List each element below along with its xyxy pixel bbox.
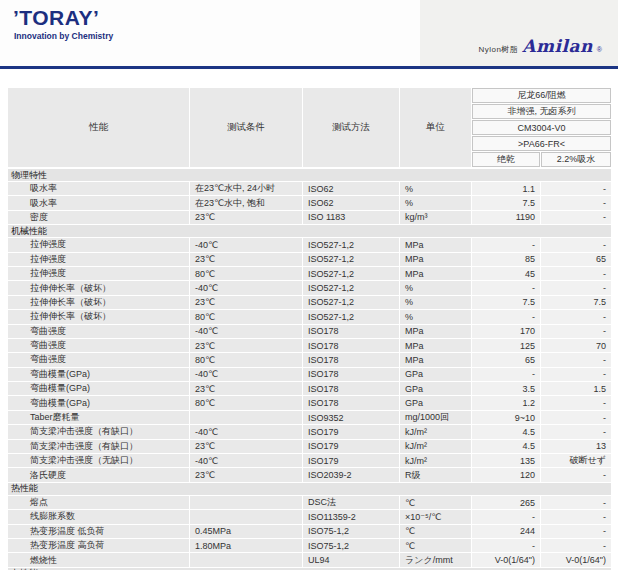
dry-value-cell: 45 [472,267,540,280]
product-prefix-label: Nylon树脂 [478,44,518,55]
table-row: 燃烧性 UL94 ランク/mmt V-0(1/64") V-0(1/64") [8,553,611,566]
unit-cell: kJ/m² [400,425,471,438]
wet-value-cell: - [541,525,611,538]
dry-value-cell: - [472,238,540,251]
unit-cell: ×10⁻⁵/℃ [400,510,471,523]
unit-cell: MPa [400,353,471,366]
method-cell: ISO527-1,2 [303,296,399,309]
dry-value-cell: - [472,368,540,381]
wet-value-cell: 70 [541,339,611,352]
property-cell: 吸水率 [8,182,189,195]
unit-cell: ランク/mmt [400,553,471,566]
unit-cell: GPa [400,382,471,395]
product-header-grade: CM3004-V0 [472,120,611,135]
divider-rule [0,66,618,69]
property-cell: Taber磨耗量 [8,411,189,424]
unit-cell: % [400,281,471,294]
col-header-method: 测试方法 [303,88,399,167]
dry-value-cell: 3.5 [472,382,540,395]
property-cell: 洛氏硬度 [8,468,189,481]
product-header-stack: 尼龙66/阻燃 非增强, 无卤系列 CM3004-V0 >PA66-FR< 绝乾… [472,88,611,167]
table-row: 洛氏硬度 23℃ ISO2039-2 R级 120 - [8,468,611,481]
property-cell: 简支梁冲击强度（无缺口） [8,454,189,467]
amilan-logo: Amilan [522,36,592,56]
dry-value-cell: 7.5 [472,296,540,309]
method-cell: ISO527-1,2 [303,238,399,251]
method-cell: ISO178 [303,325,399,338]
property-cell: 弯曲强度 [8,325,189,338]
table-row: 线膨胀系数 ISO11359-2 ×10⁻⁵/℃ - - [8,510,611,523]
dry-value-cell: 65 [472,353,540,366]
wet-value-cell: - [541,182,611,195]
table-row: 简支梁冲击强度（有缺口） 23℃ ISO179 kJ/m² 4.5 13 [8,440,611,453]
dry-value-cell: 125 [472,339,540,352]
toray-logo: ’TORAY’ [13,6,99,30]
col-header-dry: 绝乾 [472,152,540,167]
condition-cell: 在23℃水中, 24小时 [190,182,302,195]
condition-cell [190,510,302,523]
wet-value-cell: - [541,211,611,224]
condition-cell: 0.45MPa [190,525,302,538]
property-cell: 拉伸强度 [8,238,189,251]
table-row: 热变形温度 低负荷 0.45MPa ISO75-1,2 ℃ 244 - [8,525,611,538]
wet-value-cell: - [541,310,611,323]
table-row: 弯曲强度 23℃ ISO178 MPa 125 70 [8,339,611,352]
table-row: 拉伸强度 -40℃ ISO527-1,2 MPa - - [8,238,611,251]
unit-cell: mg/1000回 [400,411,471,424]
table-row: 密度 23℃ ISO 1183 kg/m³ 1190 - [8,211,611,224]
toray-tagline: Innovation by Chemistry [14,31,113,41]
table-header: 性能 测试条件 测试方法 单位 尼龙66/阻燃 非增强, 无卤系列 CM3004… [8,88,611,167]
property-cell: 熔点 [8,496,189,509]
wet-value-cell: - [541,196,611,209]
property-cell: 热变形温度 高负荷 [8,539,189,552]
dry-value-cell: V-0(1/64") [472,553,540,566]
property-cell: 弯曲强度 [8,353,189,366]
table-row: 拉伸伸长率（破坏） 80℃ ISO527-1,2 % - - [8,310,611,323]
unit-cell: kg/m³ [400,211,471,224]
unit-cell: R级 [400,468,471,481]
dry-value-cell: - [472,281,540,294]
table-row: 拉伸强度 80℃ ISO527-1,2 MPa 45 - [8,267,611,280]
condition-cell: -40℃ [190,325,302,338]
dry-value-cell: 135 [472,454,540,467]
wet-value-cell: - [541,539,611,552]
method-cell: ISO178 [303,396,399,409]
dry-value-cell: 1190 [472,211,540,224]
wet-value-cell: - [541,425,611,438]
method-cell: ISO9352 [303,411,399,424]
property-cell: 热变形温度 低负荷 [8,525,189,538]
method-cell: ISO75-1,2 [303,525,399,538]
method-cell: ISO62 [303,196,399,209]
wet-value-cell: V-0(1/64") [541,553,611,566]
condition-cell: 23℃ [190,339,302,352]
dry-value-cell: 244 [472,525,540,538]
dry-value-cell: 120 [472,468,540,481]
method-cell: ISO527-1,2 [303,310,399,323]
unit-cell: MPa [400,238,471,251]
registered-trademark-mark: ® [597,46,602,53]
method-cell: ISO178 [303,353,399,366]
section-title: 物理特性 [11,169,47,182]
product-header-family: 尼龙66/阻燃 [472,88,611,103]
condition-cell: 23℃ [190,296,302,309]
condition-cell: -40℃ [190,281,302,294]
wet-value-cell: - [541,468,611,481]
condition-cell: -40℃ [190,238,302,251]
method-cell: ISO178 [303,382,399,395]
dry-value-cell: - [472,310,540,323]
method-cell: ISO179 [303,454,399,467]
unit-cell: ℃ [400,539,471,552]
dry-value-cell: - [472,539,540,552]
condition-cell [190,411,302,424]
dry-value-cell: 1.2 [472,396,540,409]
wet-value-cell: - [541,368,611,381]
property-cell: 线膨胀系数 [8,510,189,523]
table-row: 弯曲模量(GPa) 80℃ ISO178 GPa 1.2 - [8,396,611,409]
dry-value-cell: 1.1 [472,182,540,195]
table-row: 拉伸伸长率（破坏） 23℃ ISO527-1,2 % 7.5 7.5 [8,296,611,309]
condition-cell [190,496,302,509]
method-cell: ISO75-1,2 [303,539,399,552]
condition-cell: -40℃ [190,368,302,381]
method-cell: DSC法 [303,496,399,509]
table-row: 弯曲强度 -40℃ ISO178 MPa 170 - [8,325,611,338]
